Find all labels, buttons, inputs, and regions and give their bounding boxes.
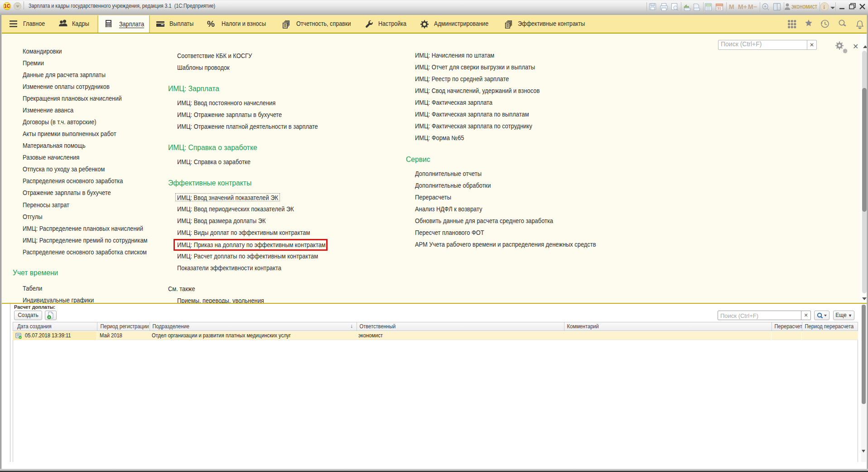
svg-text:M+: M+ <box>738 3 747 10</box>
svg-text:экономист: экономист <box>791 3 817 10</box>
svg-text:M−: M− <box>748 3 757 10</box>
svg-text:31: 31 <box>717 6 721 10</box>
svg-text:%: % <box>207 19 215 29</box>
svg-text:M: M <box>729 3 734 10</box>
